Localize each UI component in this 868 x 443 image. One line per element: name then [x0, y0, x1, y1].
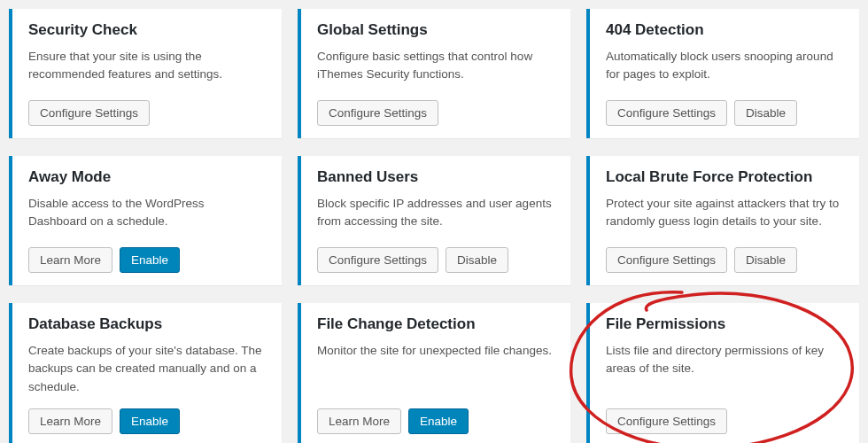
card-title: Away Mode — [28, 168, 266, 186]
security-settings-grid: Security Check Ensure that your site is … — [9, 9, 859, 443]
learn-more-button[interactable]: Learn More — [317, 408, 401, 434]
card-actions: Learn More Enable — [28, 408, 266, 434]
card-description: Configure basic settings that control ho… — [317, 48, 554, 88]
card-title: Local Brute Force Protection — [606, 168, 843, 186]
enable-button[interactable]: Enable — [120, 408, 180, 434]
card-description: Block specific IP addresses and user age… — [317, 195, 554, 235]
card-description: Automatically block users snooping aroun… — [606, 48, 843, 88]
card-description: Ensure that your site is using the recom… — [28, 48, 266, 88]
disable-button[interactable]: Disable — [734, 100, 797, 126]
card-actions: Configure Settings — [28, 100, 266, 126]
card-actions: Learn More Enable — [28, 247, 266, 273]
disable-button[interactable]: Disable — [734, 247, 797, 273]
configure-settings-button[interactable]: Configure Settings — [606, 247, 727, 273]
card-away-mode: Away Mode Disable access to the WordPres… — [9, 156, 282, 285]
card-security-check: Security Check Ensure that your site is … — [9, 9, 282, 138]
disable-button[interactable]: Disable — [446, 247, 508, 273]
card-local-brute-force-protection: Local Brute Force Protection Protect you… — [586, 156, 859, 285]
configure-settings-button[interactable]: Configure Settings — [28, 100, 150, 126]
card-actions: Learn More Enable — [317, 408, 554, 434]
configure-settings-button[interactable]: Configure Settings — [606, 408, 727, 434]
configure-settings-button[interactable]: Configure Settings — [317, 247, 438, 273]
card-file-change-detection: File Change Detection Monitor the site f… — [298, 303, 570, 443]
card-actions: Configure Settings Disable — [606, 100, 843, 126]
card-actions: Configure Settings Disable — [606, 247, 843, 273]
card-description: Disable access to the WordPress Dashboar… — [28, 195, 266, 235]
card-title: Database Backups — [28, 315, 266, 333]
card-global-settings: Global Settings Configure basic settings… — [298, 9, 570, 138]
card-file-permissions: File Permissions Lists file and director… — [586, 303, 859, 443]
card-description: Lists file and directory permissions of … — [606, 342, 843, 396]
card-database-backups: Database Backups Create backups of your … — [9, 303, 282, 443]
card-actions: Configure Settings — [606, 408, 843, 434]
learn-more-button[interactable]: Learn More — [28, 408, 112, 434]
card-description: Create backups of your site's database. … — [28, 342, 266, 396]
card-description: Monitor the site for unexpected file cha… — [317, 342, 554, 396]
card-title: Security Check — [28, 21, 266, 39]
card-404-detection: 404 Detection Automatically block users … — [586, 9, 859, 138]
card-title: Global Settings — [317, 21, 554, 39]
card-banned-users: Banned Users Block specific IP addresses… — [298, 156, 570, 285]
card-title: File Permissions — [606, 315, 843, 333]
card-title: 404 Detection — [606, 21, 843, 39]
card-title: File Change Detection — [317, 315, 554, 333]
card-title: Banned Users — [317, 168, 554, 186]
enable-button[interactable]: Enable — [120, 247, 180, 273]
configure-settings-button[interactable]: Configure Settings — [606, 100, 727, 126]
card-description: Protect your site against attackers that… — [606, 195, 843, 235]
card-actions: Configure Settings Disable — [317, 247, 554, 273]
card-actions: Configure Settings — [317, 100, 554, 126]
enable-button[interactable]: Enable — [408, 408, 469, 434]
learn-more-button[interactable]: Learn More — [28, 247, 112, 273]
configure-settings-button[interactable]: Configure Settings — [317, 100, 438, 126]
